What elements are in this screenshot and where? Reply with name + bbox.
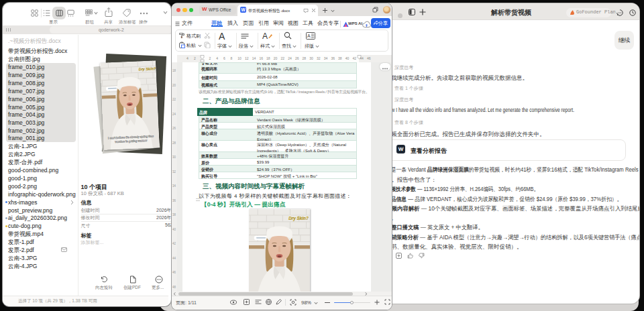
svg-text:Dry Skin?: Dry Skin? [138, 66, 156, 71]
svg-text:Dry Skin?: Dry Skin? [288, 216, 309, 221]
svg-text:A: A [307, 34, 311, 38]
